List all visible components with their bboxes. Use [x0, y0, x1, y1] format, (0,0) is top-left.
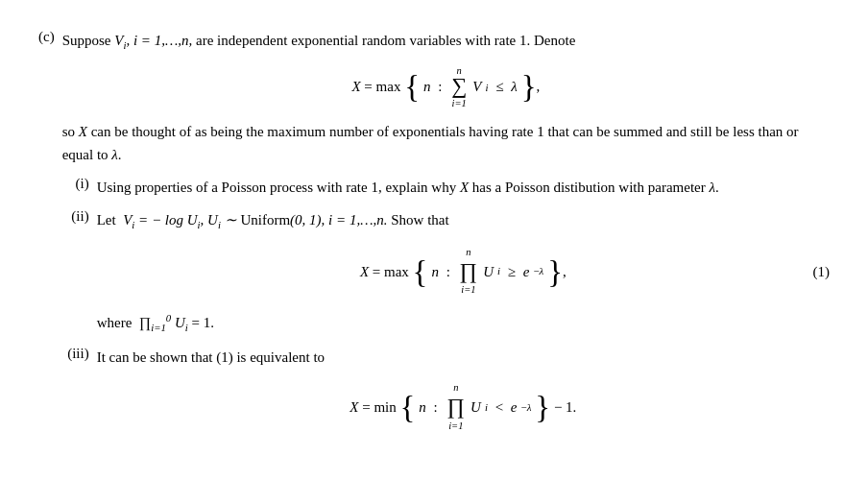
part-c: (c) Suppose Vi, i = 1,…,n, are independe…: [38, 29, 830, 445]
part-c-body: Suppose Vi, i = 1,…,n, are independent e…: [62, 29, 830, 445]
sub-i-text2: has a Poisson distibution with parameter: [472, 180, 706, 195]
sub-ii-let: Let: [97, 212, 116, 228]
where-note: where ∏i=10 Ui = 1.: [97, 310, 830, 336]
sub-iii-body: It can be shown that (1) is equivalent t…: [97, 346, 830, 445]
sub-ii-body: Let Vi = − log Ui, Ui ∼ Uniform(0, 1), i…: [97, 208, 830, 337]
sigma-block: n ∑ i=1: [451, 65, 467, 108]
left-brace-2: {: [413, 256, 428, 288]
sub-item-i: (i) Using properties of a Poisson proces…: [62, 176, 830, 199]
display-eq-x-prod: X = max { n : n ∏ i=1 Ui ≥ e−λ: [97, 245, 830, 299]
where-text: where: [97, 315, 133, 330]
sub-item-ii: (ii) Let Vi = − log Ui, Ui ∼ Uniform(0, …: [62, 208, 830, 337]
sub-ii-show: Show that: [391, 212, 448, 228]
sub-i-text: Using properties of a Poisson process wi…: [97, 180, 457, 195]
eq-x-sum-expr: X = max { n : n ∑ i=1 Vi ≤ λ } ,: [351, 65, 540, 108]
eq-x-min-expr: X = min { n : n ∏ i=1 Ui < e−λ: [350, 380, 576, 434]
x-var: X: [79, 124, 91, 139]
display-eq-x-sum: X = max { n : n ∑ i=1 Vi ≤ λ } ,: [62, 65, 830, 108]
right-brace-3: }: [535, 392, 550, 423]
lambda-var: λ: [111, 147, 118, 162]
left-brace-3: {: [400, 392, 416, 423]
vi-notation: Vi, i = 1,…,n,: [114, 33, 192, 48]
sub-i-label: (i): [62, 176, 89, 199]
sub-iii-label: (iii): [62, 346, 89, 445]
left-brace: {: [404, 71, 420, 103]
so-word: so: [62, 124, 75, 139]
prod-block-2: n ∏ i=1: [447, 380, 466, 434]
equals-one: = 1.: [192, 315, 214, 330]
intro-text1: are independent exponential random varia…: [196, 33, 575, 48]
intro-text: Suppose Vi, i = 1,…,n, are independent e…: [62, 29, 830, 54]
sub-iii-text: It can be shown that (1) is equivalent t…: [97, 349, 325, 365]
eq-number: (1): [813, 260, 831, 283]
eq-x-prod-expr: X = max { n : n ∏ i=1 Ui ≥ e−λ: [360, 245, 567, 299]
sub-ii-math: Vi = − log Ui, Ui ∼ Uniform(0, 1), i = 1…: [119, 212, 391, 228]
part-c-label: (c): [38, 29, 55, 445]
sub-i-body: Using properties of a Poisson process wi…: [97, 176, 830, 199]
sub-ii-label: (ii): [62, 208, 89, 337]
prod-zero-notation: ∏i=10 Ui: [135, 315, 192, 330]
thought-of-text: can be thought of as being the maximum n…: [62, 124, 799, 162]
x-var-2: X: [460, 180, 472, 195]
right-brace: }: [521, 71, 537, 103]
prod-block: n ∏ i=1: [460, 245, 478, 299]
right-brace-2: }: [547, 256, 563, 288]
sub-item-iii: (iii) It can be shown that (1) is equiva…: [62, 346, 830, 445]
display-eq-x-min: X = min { n : n ∏ i=1 Ui < e−λ: [97, 380, 830, 434]
so-text: so X can be thought of as being the maxi…: [62, 120, 830, 166]
intro-suppose: Suppose: [62, 33, 111, 48]
lambda-var-2: λ: [710, 180, 716, 195]
main-content: (c) Suppose Vi, i = 1,…,n, are independe…: [38, 29, 830, 445]
